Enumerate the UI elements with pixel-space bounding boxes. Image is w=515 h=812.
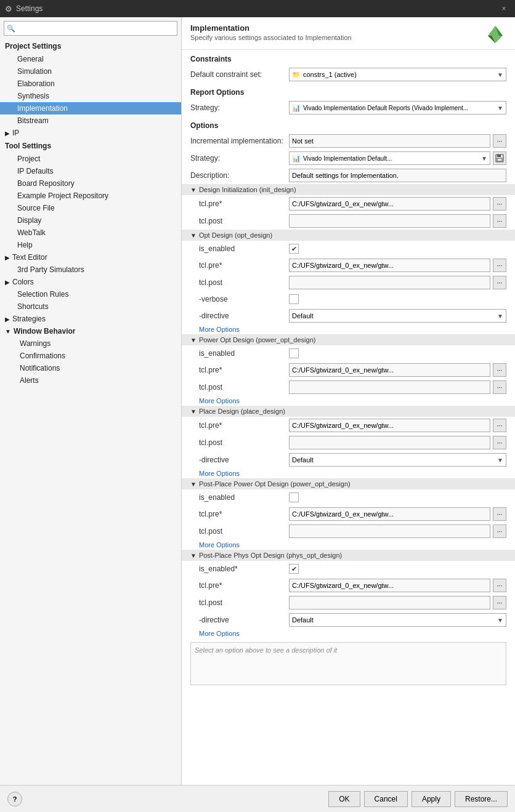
phys-tcl-pre-browse[interactable]: ··· bbox=[493, 579, 506, 592]
place-directive-row: -directive Default ▼ bbox=[182, 451, 515, 468]
power-opt-more-options[interactable]: More Options bbox=[182, 396, 515, 406]
pp-power-tcl-post-browse[interactable]: ··· bbox=[493, 525, 506, 538]
power-opt-tcl-post-browse[interactable]: ··· bbox=[493, 380, 506, 394]
right-panel: Implementation Specify various settings … bbox=[182, 17, 515, 785]
sidebar-item-shortcuts[interactable]: Shortcuts bbox=[0, 300, 181, 313]
close-button[interactable]: × bbox=[498, 2, 510, 15]
sidebar-item-example-project-repository[interactable]: Example Project Repository bbox=[0, 190, 181, 202]
opt-design-header[interactable]: ▼ Opt Design (opt_design) bbox=[182, 230, 515, 241]
restore-button[interactable]: Restore... bbox=[455, 791, 508, 807]
sidebar-item-selection-rules[interactable]: Selection Rules bbox=[0, 288, 181, 300]
pp-power-is-enabled-checkbox[interactable] bbox=[289, 492, 299, 502]
sidebar-item-board-repository[interactable]: Board Repository bbox=[0, 177, 181, 190]
place-design-header[interactable]: ▼ Place Design (place_design) bbox=[182, 406, 515, 417]
sidebar-item-project[interactable]: Project bbox=[0, 153, 181, 165]
sidebar-item-notifications[interactable]: Notifications bbox=[0, 362, 181, 374]
opt-more-options[interactable]: More Options bbox=[182, 324, 515, 334]
cancel-button[interactable]: Cancel bbox=[364, 791, 408, 807]
design-init-tcl-pre-browse[interactable]: ··· bbox=[493, 197, 506, 211]
strategy-dropdown[interactable]: 📊 Vivado Implementation Default... ▼ bbox=[289, 151, 490, 165]
constraint-set-dropdown[interactable]: 📁 constrs_1 (active) ▼ bbox=[289, 68, 506, 81]
sidebar-item-3rd-party[interactable]: 3rd Party Simulators bbox=[0, 263, 181, 276]
sidebar-item-confirmations[interactable]: Confirmations bbox=[0, 350, 181, 362]
opt-tcl-post-row: tcl.post ··· bbox=[182, 274, 515, 291]
strategy-save-button[interactable] bbox=[493, 151, 506, 165]
phys-directive-dropdown[interactable]: Default ▼ bbox=[289, 613, 506, 627]
sidebar-item-elaboration[interactable]: Elaboration bbox=[0, 78, 181, 90]
checkmark-icon: ✔ bbox=[291, 245, 297, 253]
sidebar-item-alerts[interactable]: Alerts bbox=[0, 374, 181, 387]
sidebar-item-warnings[interactable]: Warnings bbox=[0, 337, 181, 350]
opt-is-enabled-checkbox[interactable]: ✔ bbox=[289, 244, 299, 254]
description-label: Description: bbox=[190, 171, 289, 180]
sidebar-item-ip[interactable]: ▶ IP bbox=[0, 127, 181, 139]
dropdown-arrow-icon: ▼ bbox=[481, 155, 487, 162]
opt-tcl-post-browse[interactable]: ··· bbox=[493, 276, 506, 289]
place-tcl-post-row: tcl.post ··· bbox=[182, 434, 515, 451]
place-tcl-pre-label: tcl.pre* bbox=[190, 421, 289, 430]
apply-button[interactable]: Apply bbox=[412, 791, 451, 807]
place-more-options[interactable]: More Options bbox=[182, 468, 515, 478]
pp-power-tcl-pre-browse[interactable]: ··· bbox=[493, 507, 506, 521]
phys-tcl-pre-value: C:/UFS/gtwizard_0_ex_new/gtw... bbox=[289, 579, 490, 592]
ok-button[interactable]: OK bbox=[328, 791, 360, 807]
design-init-header[interactable]: ▼ Design Initialization (init_design) bbox=[182, 184, 515, 195]
title-bar: ⚙ Settings × bbox=[0, 0, 515, 17]
sidebar-item-implementation[interactable]: Implementation bbox=[0, 102, 181, 115]
help-button[interactable]: ? bbox=[7, 792, 22, 806]
phys-tcl-post-browse[interactable]: ··· bbox=[493, 596, 506, 609]
sidebar-item-source-file[interactable]: Source File bbox=[0, 202, 181, 214]
sidebar-item-display[interactable]: Display bbox=[0, 214, 181, 227]
pp-power-tcl-post-label: tcl.post bbox=[190, 527, 289, 536]
dropdown-arrow-icon: ▼ bbox=[497, 313, 503, 320]
opt-tcl-pre-browse[interactable]: ··· bbox=[493, 259, 506, 272]
sidebar-item-bitstream[interactable]: Bitstream bbox=[0, 115, 181, 127]
pp-power-is-enabled-label: is_enabled bbox=[190, 493, 289, 502]
opt-verbose-checkbox[interactable] bbox=[289, 294, 299, 304]
sidebar-item-window-behavior[interactable]: ▼ Window Behavior bbox=[0, 325, 181, 337]
sidebar-item-text-editor[interactable]: ▶ Text Editor bbox=[0, 251, 181, 263]
sidebar-item-ip-defaults[interactable]: IP Defaults bbox=[0, 165, 181, 177]
post-place-phys-label: Post-Place Phys Opt Design (phys_opt_des… bbox=[199, 552, 342, 559]
constraints-section-label: Constraints bbox=[182, 50, 515, 66]
opt-directive-label: -directive bbox=[190, 312, 289, 320]
opt-tcl-pre-value: C:/UFS/gtwizard_0_ex_new/gtw... bbox=[289, 259, 490, 272]
collapse-icon: ▼ bbox=[190, 337, 197, 344]
power-opt-header[interactable]: ▼ Power Opt Design (power_opt_design) bbox=[182, 334, 515, 345]
dropdown-arrow-icon: ▼ bbox=[497, 105, 503, 111]
dropdown-arrow-icon: ▼ bbox=[497, 617, 503, 624]
constraint-set-label: Default constraint set: bbox=[190, 70, 289, 79]
place-tcl-post-browse[interactable]: ··· bbox=[493, 436, 506, 449]
sidebar-item-synthesis[interactable]: Synthesis bbox=[0, 90, 181, 102]
sidebar-item-window-behavior-label: Window Behavior bbox=[14, 327, 76, 336]
opt-design-label: Opt Design (opt_design) bbox=[199, 231, 272, 239]
sidebar-item-webtalk[interactable]: WebTalk bbox=[0, 227, 181, 239]
pp-power-more-options[interactable]: More Options bbox=[182, 540, 515, 550]
design-init-tcl-post-browse[interactable]: ··· bbox=[493, 214, 506, 228]
post-place-power-header[interactable]: ▼ Post-Place Power Opt Design (power_opt… bbox=[182, 478, 515, 489]
power-opt-tcl-pre-row: tcl.pre* C:/UFS/gtwizard_0_ex_new/gtw...… bbox=[182, 361, 515, 379]
incremental-impl-browse-button[interactable]: ··· bbox=[493, 134, 506, 148]
power-opt-tcl-pre-browse[interactable]: ··· bbox=[493, 363, 506, 377]
main-container: 🔍 Project Settings General Simulation El… bbox=[0, 17, 515, 785]
sidebar-item-strategies[interactable]: ▶ Strategies bbox=[0, 313, 181, 325]
place-tcl-post-value bbox=[289, 436, 490, 449]
search-icon: 🔍 bbox=[7, 25, 15, 33]
sidebar-item-general[interactable]: General bbox=[0, 53, 181, 65]
search-input[interactable] bbox=[18, 24, 174, 33]
place-directive-dropdown[interactable]: Default ▼ bbox=[289, 453, 506, 467]
search-box[interactable]: 🔍 bbox=[4, 21, 177, 36]
sidebar-item-colors[interactable]: ▶ Colors bbox=[0, 276, 181, 288]
design-init-tcl-post-label: tcl.post bbox=[190, 217, 289, 225]
sidebar-item-simulation[interactable]: Simulation bbox=[0, 65, 181, 78]
phys-more-options[interactable]: More Options bbox=[182, 629, 515, 638]
phys-is-enabled-checkbox[interactable]: ✔ bbox=[289, 564, 299, 574]
place-tcl-pre-browse[interactable]: ··· bbox=[493, 419, 506, 432]
report-strategy-dropdown[interactable]: 📊 Vivado Implementation Default Reports … bbox=[289, 101, 506, 115]
power-opt-is-enabled-checkbox[interactable] bbox=[289, 348, 299, 358]
opt-directive-dropdown[interactable]: Default ▼ bbox=[289, 309, 506, 323]
post-place-phys-header[interactable]: ▼ Post-Place Phys Opt Design (phys_opt_d… bbox=[182, 550, 515, 561]
phys-directive-label: -directive bbox=[190, 616, 289, 624]
sidebar-item-help[interactable]: Help bbox=[0, 239, 181, 251]
dropdown-arrow-icon: ▼ bbox=[497, 71, 503, 78]
